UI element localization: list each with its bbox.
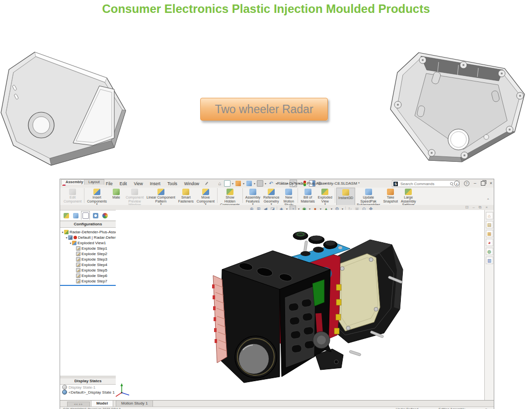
help-icon[interactable]: ? — [464, 181, 469, 186]
tree-item-explode-step4[interactable]: Explode Step4 — [60, 262, 116, 268]
insert-components-icon — [93, 189, 100, 195]
tree-item-explode-step5[interactable]: Explode Step5 — [60, 268, 116, 273]
tab-layout[interactable]: Layout — [84, 179, 104, 185]
menu-edit[interactable]: Edit — [116, 180, 131, 188]
menu-window[interactable]: Window — [181, 180, 203, 188]
exploded-view-tree-icon — [72, 241, 76, 245]
ribbon-exploded-view[interactable]: Exploded View ▾ — [316, 188, 334, 205]
explode-step-icon — [76, 279, 80, 283]
menu-tools[interactable]: Tools — [164, 180, 181, 188]
search-icon[interactable] — [450, 182, 454, 186]
take-snapshot-icon — [387, 189, 394, 195]
ribbon-edit-component[interactable]: Edit Component — [62, 188, 83, 203]
minimize-button[interactable]: – — [474, 179, 476, 188]
status-bar: SOLIDWORKS Premium 2022 SP4.0 Under Defi… — [60, 407, 494, 409]
user-account-icon[interactable] — [454, 181, 459, 186]
tree-item-explode-step1[interactable]: Explode Step1 — [60, 246, 116, 251]
file-explorer-folder-icon[interactable]: ▦ — [486, 230, 493, 237]
display-state-1-row[interactable]: Display State-1 — [60, 385, 116, 390]
tree-item-default-config[interactable]: ▾ Default | Radar-Defender-P — [60, 235, 116, 240]
bottom-tab-bar: ◂◂ ▸▸ Model Motion Study 1 — [60, 400, 494, 407]
ribbon-insert-components[interactable]: Insert Components ▾ — [85, 188, 108, 205]
search-input[interactable] — [399, 181, 448, 187]
ribbon-large-assembly-settings[interactable]: Large Assembly Settings — [399, 188, 417, 207]
dropdown-caret[interactable]: ▾ — [232, 182, 233, 185]
display-state-icon — [62, 390, 67, 395]
tree-item-assembly-root[interactable]: ▾ Radar-Defender-Plus-Assembly-C8 ( — [60, 229, 116, 235]
task-pane: ⌂ ▤ ▦ ◕ ◍ ▥ — [484, 210, 494, 402]
model-front-housing — [220, 251, 330, 383]
tree-item-explode-step7[interactable]: Explode Step7 — [60, 278, 116, 284]
tree-item-explode-step3[interactable]: Explode Step3 — [60, 257, 116, 262]
restore-button[interactable] — [481, 181, 485, 186]
ribbon-instant3d[interactable]: Instant3D — [336, 188, 355, 206]
tree-item-exploded-view1[interactable]: ▾ Exploded View1 — [60, 240, 116, 246]
configurations-header: Configurations — [60, 221, 116, 228]
ribbon-show-hidden-components[interactable]: Show Hidden Components — [219, 188, 241, 207]
search-commands-box[interactable]: S ▾ — [392, 180, 459, 187]
tree-item-explode-step6[interactable]: Explode Step6 — [60, 273, 116, 278]
bill-of-materials-icon — [304, 189, 311, 195]
model-rear-cover — [337, 254, 380, 331]
inner-minimize-icon[interactable]: – — [472, 205, 474, 210]
ribbon-new-motion-study[interactable]: New Motion Study — [281, 188, 297, 207]
displaymanager-icon — [102, 213, 108, 218]
cad-image-front-housing — [0, 40, 139, 169]
view-palette-icon[interactable]: ◍ — [486, 248, 493, 255]
ribbon-take-snapshot[interactable]: Take Snapshot — [381, 188, 399, 203]
display-states-header: Display States — [60, 378, 116, 385]
propertymanager-tab[interactable] — [72, 211, 79, 219]
ribbon-separator — [84, 188, 84, 203]
explode-step-icon — [76, 252, 80, 256]
ribbon-update-speedpak[interactable]: Update SpeedPak Subassemblies — [355, 188, 381, 207]
assembly-features-icon — [249, 189, 256, 195]
ribbon-linear-component-pattern[interactable]: Linear Component Pattern ▾ — [145, 188, 177, 205]
close-button[interactable]: × — [490, 179, 492, 188]
display-states-panel: Display States Display State-1 <Default>… — [60, 378, 116, 395]
design-library-icon[interactable]: ▤ — [486, 221, 493, 228]
home-icon[interactable]: ⌂ — [217, 180, 223, 187]
graphics-viewport[interactable] — [116, 210, 485, 400]
reference-geometry-icon — [268, 189, 275, 195]
ribbon-separator — [335, 188, 335, 203]
command-manager-ribbon: Edit Component Insert Components ▾ Mate … — [60, 188, 494, 205]
ribbon-assembly-features[interactable]: Assembly Features ▾ — [244, 188, 262, 205]
ribbon-reference-geometry[interactable]: Reference Geometry ▾ — [262, 188, 281, 205]
open-icon[interactable] — [235, 180, 241, 187]
ribbon-mate[interactable]: Mate — [108, 188, 124, 200]
menu-file[interactable]: File — [102, 180, 116, 188]
solidworks-search-logo-icon: S — [393, 182, 398, 186]
ribbon-bill-of-materials[interactable]: Bill of Materials — [299, 188, 316, 203]
show-hidden-components-icon — [227, 189, 233, 195]
inner-close-icon[interactable]: × — [485, 205, 488, 210]
menu-view[interactable]: View — [130, 180, 146, 188]
menu-insert[interactable]: Insert — [147, 180, 164, 188]
panel-split-line[interactable] — [60, 285, 116, 286]
display-state-default-row[interactable]: <Default>_Display State 1 — [60, 390, 116, 395]
inner-restore-icon[interactable]: ⊡ — [465, 205, 468, 210]
two-wheeler-radar-button[interactable]: Two wheeler Radar — [200, 98, 328, 121]
ribbon-component-preview-window[interactable]: Component Preview Window — [124, 188, 145, 207]
large-assembly-settings-icon — [405, 189, 412, 195]
inner-maximize-icon[interactable]: ⧉ — [479, 205, 482, 210]
new-document-icon[interactable] — [224, 180, 230, 187]
displaymanager-tab[interactable] — [101, 211, 109, 219]
exploded-view-icon — [321, 189, 328, 195]
component-preview-window-icon — [131, 189, 138, 195]
custom-properties-icon[interactable]: ▥ — [486, 257, 493, 264]
configuration-icon — [68, 235, 73, 240]
configurationmanager-tab[interactable] — [81, 211, 90, 220]
solidworks-resources-home-icon[interactable]: ⌂ — [486, 212, 493, 219]
ribbon-collapse-icon[interactable]: ⌃ — [486, 198, 490, 203]
appearances-scenes-icon[interactable]: ◕ — [486, 239, 493, 246]
ribbon-move-component[interactable]: Move Component ▾ — [195, 188, 216, 205]
pin-menubar-icon[interactable] — [205, 182, 209, 186]
tree-item-explode-step2[interactable]: Explode Step2 — [60, 251, 116, 257]
smart-fasteners-icon — [182, 189, 189, 195]
dimxpertmanager-tab[interactable] — [91, 211, 99, 219]
featuremanager-tab[interactable] — [62, 211, 70, 219]
explode-step-icon — [76, 268, 80, 273]
ribbon-smart-fasteners[interactable]: Smart Fasteners — [177, 188, 195, 203]
ribbon-separator — [217, 188, 218, 203]
solidworks-window: ◢ SOLIDWORKS File Edit View Insert Tools… — [60, 179, 494, 409]
